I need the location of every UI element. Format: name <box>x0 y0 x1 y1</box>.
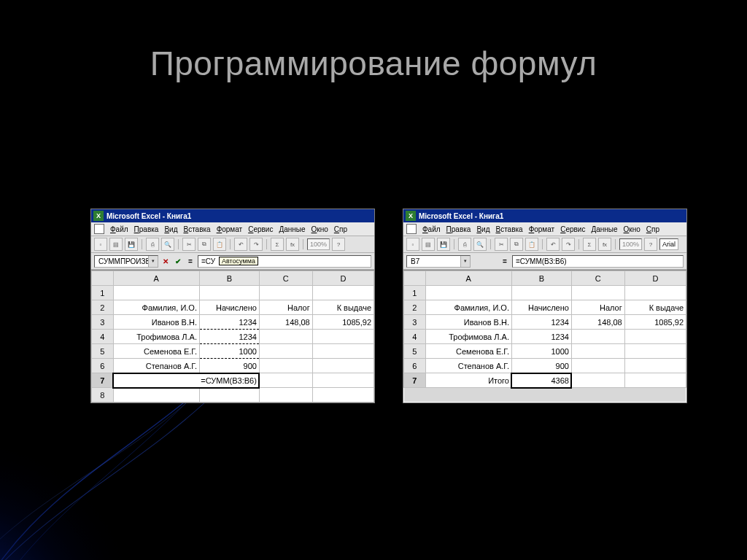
undo-icon[interactable]: ↶ <box>546 238 560 251</box>
cell[interactable]: 148,08 <box>571 315 624 330</box>
col-header-c[interactable]: C <box>571 271 624 286</box>
menu-window[interactable]: Окно <box>311 225 328 233</box>
cell[interactable]: Иванов В.Н. <box>113 315 199 330</box>
cell[interactable]: Фамилия, И.О. <box>113 300 199 315</box>
row-header[interactable]: 6 <box>404 359 426 373</box>
font-box[interactable]: Arial <box>659 238 678 250</box>
spreadsheet-grid-right[interactable]: A B C D 1 2 Фамилия, И.О. Начислено Нало… <box>403 270 686 388</box>
open-icon[interactable]: ▤ <box>422 238 435 251</box>
row-header[interactable]: 7 <box>404 373 426 388</box>
col-header-b[interactable]: B <box>199 271 259 286</box>
row-header[interactable]: 2 <box>404 300 426 315</box>
menu-view[interactable]: Вид <box>476 225 489 233</box>
cell[interactable]: 1234 <box>199 330 259 344</box>
cell[interactable]: 1000 <box>199 344 259 359</box>
cut-icon[interactable]: ✂ <box>182 238 196 251</box>
cut-icon[interactable]: ✂ <box>495 238 508 251</box>
copy-icon[interactable]: ⧉ <box>198 238 211 251</box>
cell[interactable]: 1234 <box>199 315 259 330</box>
menu-format[interactable]: Формат <box>217 225 243 233</box>
help-icon[interactable]: ? <box>332 238 345 251</box>
cell[interactable] <box>259 373 312 388</box>
cell[interactable]: 1085,92 <box>624 315 686 330</box>
cell[interactable]: Итого <box>425 373 511 388</box>
cell[interactable] <box>571 330 624 344</box>
cell[interactable] <box>312 344 374 359</box>
cell[interactable]: Налог <box>259 300 312 315</box>
menu-edit[interactable]: Правка <box>134 225 159 233</box>
cell[interactable]: 1234 <box>511 315 571 330</box>
selected-cell[interactable]: 4368 <box>511 373 571 388</box>
menu-window[interactable]: Окно <box>624 225 640 233</box>
print-icon[interactable]: ⎙ <box>146 238 159 251</box>
save-icon[interactable]: 💾 <box>437 238 450 251</box>
menu-edit[interactable]: Правка <box>446 225 471 233</box>
row-header[interactable]: 5 <box>404 344 426 359</box>
cell[interactable]: Налог <box>571 300 624 315</box>
name-box[interactable]: СУММПРОИЗВ ▾ <box>94 255 158 268</box>
cell[interactable] <box>624 373 686 388</box>
cancel-icon[interactable]: ✕ <box>160 256 171 266</box>
cell[interactable]: К выдаче <box>312 300 374 315</box>
new-icon[interactable]: ▫ <box>94 238 107 251</box>
cell[interactable]: Начислено <box>511 300 571 315</box>
paste-icon[interactable]: 📋 <box>213 238 226 251</box>
cell[interactable]: Трофимова Л.А. <box>113 330 199 344</box>
row-header[interactable]: 4 <box>92 330 114 344</box>
row-header[interactable]: 8 <box>92 388 114 402</box>
row-header[interactable]: 6 <box>92 359 114 373</box>
cell[interactable]: Степанов А.Г. <box>113 359 199 373</box>
menu-help[interactable]: Спр <box>646 225 659 233</box>
function-icon[interactable]: fx <box>598 238 611 251</box>
cell[interactable] <box>624 359 686 373</box>
new-icon[interactable]: ▫ <box>406 238 419 251</box>
cell[interactable]: 148,08 <box>259 315 312 330</box>
cell[interactable] <box>259 359 312 373</box>
cell[interactable]: Трофимова Л.А. <box>425 330 511 344</box>
cell[interactable]: 1234 <box>511 330 571 344</box>
print-icon[interactable]: ⎙ <box>458 238 471 251</box>
cell[interactable]: Иванов В.Н. <box>425 315 511 330</box>
cell[interactable]: 900 <box>199 359 259 373</box>
col-header-c[interactable]: C <box>259 271 312 286</box>
cell[interactable]: К выдаче <box>624 300 686 315</box>
preview-icon[interactable]: 🔍 <box>161 238 174 251</box>
cell[interactable]: Фамилия, И.О. <box>425 300 511 315</box>
menu-insert[interactable]: Вставка <box>183 225 210 233</box>
menu-help[interactable]: Спр <box>334 225 347 233</box>
cell[interactable] <box>312 359 374 373</box>
help-icon[interactable]: ? <box>644 238 657 251</box>
cell[interactable]: Начислено <box>199 300 259 315</box>
name-box[interactable]: B7 ▾ <box>406 255 471 268</box>
formula-input[interactable]: =СУММ(B3:B6) <box>512 255 684 268</box>
autosum-icon[interactable]: Σ <box>271 238 284 251</box>
cell[interactable]: 1000 <box>511 344 571 359</box>
cell[interactable]: 1085,92 <box>312 315 374 330</box>
dropdown-icon[interactable]: ▾ <box>460 256 470 267</box>
select-all-corner[interactable] <box>404 271 426 286</box>
col-header-d[interactable]: D <box>312 271 374 286</box>
row-header[interactable]: 4 <box>404 330 426 344</box>
col-header-d[interactable]: D <box>624 271 686 286</box>
menu-tools[interactable]: Сервис <box>248 225 273 233</box>
menu-file[interactable]: Файл <box>110 225 128 233</box>
cell[interactable] <box>571 344 624 359</box>
row-header[interactable]: 1 <box>404 286 426 300</box>
cell[interactable]: Семенова Е.Г. <box>113 344 199 359</box>
menu-insert[interactable]: Вставка <box>495 225 522 233</box>
cell[interactable] <box>259 344 312 359</box>
open-icon[interactable]: ▤ <box>109 238 123 251</box>
preview-icon[interactable]: 🔍 <box>473 238 487 251</box>
accept-icon[interactable]: ✔ <box>173 256 183 266</box>
col-header-a[interactable]: A <box>113 271 199 286</box>
menu-view[interactable]: Вид <box>164 225 177 233</box>
copy-icon[interactable]: ⧉ <box>510 238 523 251</box>
equals-icon[interactable]: = <box>185 256 196 266</box>
autosum-icon[interactable]: Σ <box>583 238 596 251</box>
undo-icon[interactable]: ↶ <box>234 238 247 251</box>
formula-input[interactable]: =СУ Автосумма <box>198 255 371 268</box>
spreadsheet-grid-left[interactable]: A B C D 1 2 Фамилия, И.О. Начислено Нало… <box>91 270 374 402</box>
paste-icon[interactable]: 📋 <box>525 238 538 251</box>
cell[interactable] <box>259 330 312 344</box>
cell[interactable] <box>624 344 686 359</box>
